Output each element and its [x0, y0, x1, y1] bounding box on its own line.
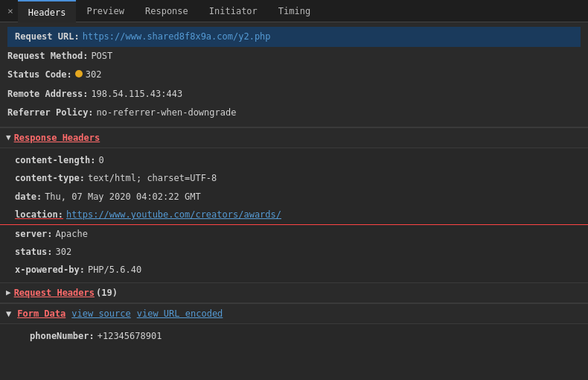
remote-value: 198.54.115.43:443: [91, 87, 182, 101]
request-headers-title: Request Headers: [14, 288, 95, 298]
header-name-content-length: content-length:: [15, 153, 95, 168]
header-name-status: status:: [15, 244, 53, 259]
tab-bar: × Headers Preview Response Initiator Tim…: [0, 0, 588, 22]
header-name-location: location:: [15, 207, 63, 222]
header-name-server: server:: [15, 227, 53, 241]
header-value-location[interactable]: https://www.youtube.com/creators/awards/: [66, 207, 281, 222]
form-data-body: phoneNumber: +12345678901: [0, 324, 588, 348]
view-url-encoded-link[interactable]: view URL encoded: [137, 308, 223, 319]
method-value: POST: [91, 49, 112, 63]
status-dot-icon: [75, 70, 83, 77]
header-row-x-powered-by: x-powered-by: PHP/5.6.40: [0, 261, 588, 279]
request-headers-count: (19): [96, 288, 118, 298]
form-data-arrow-icon: ▼: [6, 308, 11, 319]
header-row-content-type: content-type: text/html; charset=UTF-8: [0, 169, 588, 187]
form-field-row-phone: phoneNumber: +12345678901: [15, 327, 573, 345]
close-tab-button[interactable]: ×: [3, 5, 18, 16]
form-field-value-phone: +12345678901: [98, 329, 162, 343]
url-value[interactable]: https://www.shared8f8x9a.com/y2.php: [83, 30, 271, 44]
referrer-value: no-referrer-when-downgrade: [97, 106, 237, 120]
status-label: Status Code:: [7, 68, 72, 82]
request-headers-arrow-icon: ▶: [6, 288, 11, 297]
response-headers-arrow-icon: ▼: [6, 133, 11, 142]
url-label: Request URL:: [15, 30, 80, 44]
request-info-section: Request URL: https://www.shared8f8x9a.co…: [0, 22, 588, 127]
tab-response[interactable]: Response: [135, 0, 199, 22]
tab-preview[interactable]: Preview: [76, 0, 135, 22]
status-value: 302: [86, 68, 102, 82]
tab-timing[interactable]: Timing: [268, 0, 321, 22]
response-headers-title: Response Headers: [14, 133, 100, 143]
request-url-row: Request URL: https://www.shared8f8x9a.co…: [7, 27, 581, 47]
method-row: Request Method: POST: [7, 47, 581, 66]
content-area: Request URL: https://www.shared8f8x9a.co…: [0, 22, 588, 380]
header-row-server: server: Apache: [0, 225, 588, 243]
header-value-x-powered-by: PHP/5.6.40: [88, 262, 141, 277]
form-data-section-header: ▼ Form Data view source view URL encoded: [0, 303, 588, 324]
header-name-x-powered-by: x-powered-by:: [15, 262, 85, 277]
header-name-content-type: content-type:: [15, 171, 85, 186]
remote-label: Remote Address:: [7, 87, 88, 101]
header-value-content-type: text/html; charset=UTF-8: [88, 171, 217, 186]
response-headers-table: content-length: 0 content-type: text/htm…: [0, 148, 588, 282]
header-row-status: status: 302: [0, 243, 588, 261]
remote-row: Remote Address: 198.54.115.43:443: [7, 85, 581, 104]
header-value-server: Apache: [56, 227, 88, 241]
header-value-content-length: 0: [98, 153, 103, 168]
tab-headers[interactable]: Headers: [18, 0, 77, 22]
response-headers-section-header[interactable]: ▼ Response Headers: [0, 127, 588, 148]
header-row-content-length: content-length: 0: [0, 151, 588, 169]
header-value-status: 302: [56, 244, 72, 259]
status-row: Status Code: 302: [7, 66, 581, 84]
view-source-link[interactable]: view source: [71, 308, 130, 319]
method-label: Request Method:: [7, 49, 88, 63]
request-headers-section-header[interactable]: ▶ Request Headers (19): [0, 282, 588, 303]
header-name-date: date:: [15, 189, 42, 204]
form-data-title: Form Data: [17, 308, 65, 319]
tab-initiator[interactable]: Initiator: [199, 0, 268, 22]
header-value-date: Thu, 07 May 2020 04:02:22 GMT: [45, 189, 201, 204]
header-row-location: location: https://www.youtube.com/creato…: [0, 206, 588, 224]
header-row-date: date: Thu, 07 May 2020 04:02:22 GMT: [0, 188, 588, 206]
referrer-label: Referrer Policy:: [7, 106, 94, 120]
referrer-row: Referrer Policy: no-referrer-when-downgr…: [7, 104, 581, 122]
form-field-name-phone: phoneNumber:: [30, 329, 95, 343]
